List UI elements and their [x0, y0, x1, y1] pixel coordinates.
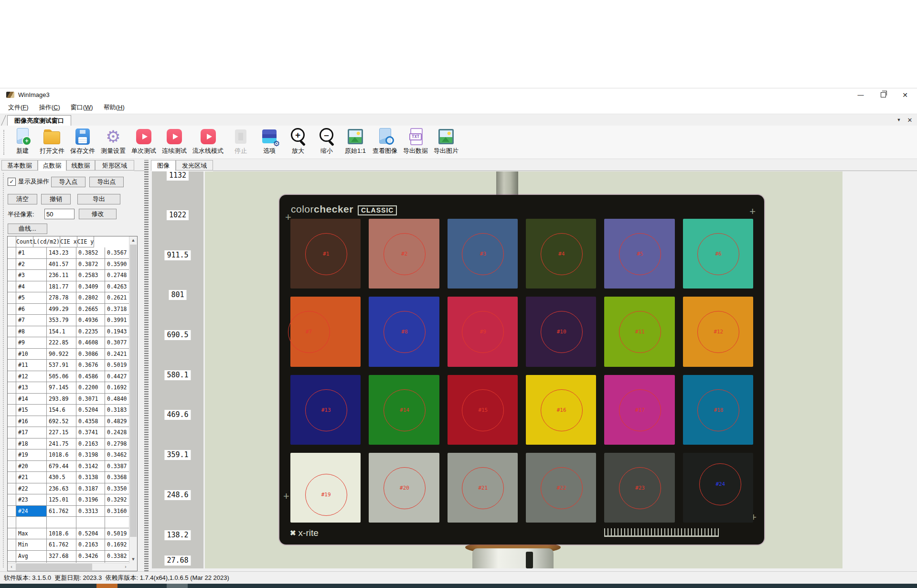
cell-count[interactable]: #9 [16, 337, 47, 349]
table-row[interactable]: #20 679.44 0.3142 0.3387 [8, 461, 137, 472]
table-row[interactable]: #23 125.01 0.3196 0.3292 [8, 494, 137, 506]
cell-count[interactable]: #14 [16, 394, 47, 405]
table-row[interactable]: #3 236.11 0.2583 0.2748 [8, 270, 137, 281]
radius-input[interactable] [44, 209, 75, 219]
table-row[interactable]: #18 241.75 0.2163 0.2798 [8, 438, 137, 450]
cell-count[interactable] [16, 517, 47, 528]
toolbar-button[interactable]: 缩小 [312, 126, 341, 155]
cell-cie-x[interactable]: 0.2583 [76, 270, 105, 281]
cell-cie-x[interactable]: 0.2235 [76, 326, 105, 338]
cell-cie-x[interactable]: 0.3426 [76, 551, 105, 562]
cell-luminance[interactable]: 181.77 [47, 281, 76, 293]
cell-cie-x[interactable]: 0.3852 [76, 247, 105, 259]
table-row[interactable]: #10 90.922 0.3086 0.2421 [8, 349, 137, 360]
colorchecker-patch[interactable]: #2 [369, 219, 439, 289]
cell-count[interactable]: #7 [16, 315, 47, 326]
cell-luminance[interactable] [47, 517, 76, 528]
colorchecker-patch[interactable]: #20 [369, 453, 439, 523]
vertical-scroll-thumb[interactable] [130, 245, 137, 537]
cell-cie-x[interactable]: 0.3409 [76, 281, 105, 293]
table-row[interactable]: #1 143.23 0.3852 0.3567 [8, 247, 137, 259]
cell-count[interactable]: #6 [16, 304, 47, 315]
cell-count[interactable]: #19 [16, 449, 47, 461]
toolbar-button[interactable]: 单次测试 [128, 126, 159, 155]
cell-cie-x[interactable]: 0.2163 [76, 438, 105, 450]
cell-count[interactable]: #8 [16, 326, 47, 338]
cell-cie-x[interactable]: 0.4608 [76, 337, 105, 349]
toolbar-button[interactable]: 测量设置 [98, 126, 128, 155]
import-points-button[interactable]: 导入点 [51, 177, 85, 187]
cell-luminance[interactable]: 154.6 [47, 405, 76, 416]
undo-button[interactable]: 撤销 [41, 194, 71, 204]
cell-count[interactable]: #3 [16, 270, 47, 281]
cell-count[interactable]: Min [16, 539, 47, 551]
cell-luminance[interactable]: 1018.6 [47, 528, 76, 540]
cell-count[interactable]: #20 [16, 461, 47, 472]
colorchecker-patch[interactable]: #15 [448, 375, 518, 445]
cell-count[interactable]: #1 [16, 247, 47, 259]
cell-count[interactable]: #17 [16, 427, 47, 438]
colorchecker-patch[interactable]: #7 [290, 297, 361, 366]
table-row[interactable]: #9 222.85 0.4608 0.3077 [8, 337, 137, 349]
colorchecker-patch[interactable]: #9 [448, 297, 518, 366]
tab-image-brightness-test-window[interactable]: 图像亮度测试窗口 [7, 115, 71, 126]
cell-luminance[interactable]: 505.06 [47, 371, 76, 383]
table-row[interactable]: #11 537.91 0.3676 0.5019 [8, 360, 137, 371]
table-row[interactable]: #2 401.57 0.3872 0.3590 [8, 259, 137, 270]
panel-splitter[interactable] [144, 160, 149, 571]
table-row[interactable]: #14 293.89 0.3071 0.4840 [8, 394, 137, 405]
table-row[interactable]: #24 61.762 0.3313 0.3160 [8, 506, 137, 517]
cell-count[interactable]: #13 [16, 382, 47, 394]
cell-count[interactable]: #12 [16, 371, 47, 383]
cell-count[interactable]: #23 [16, 494, 47, 506]
scroll-down-button[interactable]: ▼ [129, 556, 137, 563]
cell-luminance[interactable]: 97.145 [47, 382, 76, 394]
tab-line-data[interactable]: 线数据 [66, 160, 95, 171]
tab-list-dropdown-icon[interactable]: ▼ [894, 114, 904, 126]
toolbar-button[interactable]: 选项 [255, 126, 284, 155]
cell-count[interactable]: #24 [16, 506, 47, 517]
cell-count[interactable]: #4 [16, 281, 47, 293]
cell-count[interactable]: #10 [16, 349, 47, 360]
table-row[interactable]: Avg 327.68 0.3426 0.3382 [8, 551, 137, 562]
cell-count[interactable]: Max [16, 528, 47, 540]
horizontal-scrollbar[interactable]: ‹ › [8, 563, 129, 571]
horizontal-scroll-thumb[interactable] [16, 564, 92, 570]
cell-count[interactable]: Avg [16, 551, 47, 562]
colorchecker-patch[interactable]: #24 [683, 453, 753, 523]
cell-luminance[interactable]: 236.63 [47, 483, 76, 495]
cell-luminance[interactable]: 679.44 [47, 461, 76, 472]
cell-luminance[interactable]: 241.75 [47, 438, 76, 450]
toolbar-button[interactable]: 连续测试 [159, 126, 190, 155]
cell-cie-x[interactable]: 0.3872 [76, 259, 105, 270]
table-row[interactable] [8, 517, 137, 528]
cell-count[interactable]: #15 [16, 405, 47, 416]
cell-cie-x[interactable]: 0.3676 [76, 360, 105, 371]
tab-luminous-region[interactable]: 发光区域 [176, 160, 213, 171]
cell-luminance[interactable]: 222.85 [47, 337, 76, 349]
scroll-right-button[interactable]: › [122, 563, 129, 571]
cell-cie-x[interactable]: 0.3198 [76, 449, 105, 461]
table-row[interactable]: Min 61.762 0.2163 0.1692 [8, 539, 137, 551]
table-row[interactable]: #8 154.1 0.2235 0.1943 [8, 326, 137, 338]
toolbar-button[interactable]: 导出数据 [400, 126, 431, 155]
show-and-operate-checkbox[interactable]: ✓ [8, 178, 16, 186]
menu-item[interactable]: 帮助(H) [98, 101, 130, 114]
table-row[interactable]: #12 505.06 0.4586 0.4427 [8, 371, 137, 383]
cell-luminance[interactable]: 537.91 [47, 360, 76, 371]
scroll-up-button[interactable]: ▲ [129, 236, 137, 244]
table-row[interactable]: #21 430.5 0.3138 0.3368 [8, 472, 137, 483]
tab-basic-data[interactable]: 基本数据 [1, 160, 38, 171]
toolbar-button[interactable]: 查看图像 [370, 126, 400, 155]
colorchecker-patch[interactable]: #3 [448, 219, 518, 289]
toolbar-button[interactable]: 放大 [284, 126, 312, 155]
colorchecker-patch[interactable]: #13 [290, 375, 361, 445]
colorchecker-patch[interactable]: #21 [448, 453, 518, 523]
cell-luminance[interactable]: 430.5 [47, 472, 76, 483]
cell-luminance[interactable]: 278.78 [47, 292, 76, 304]
cell-cie-x[interactable]: 0.3142 [76, 461, 105, 472]
tab-close-icon[interactable]: ✕ [905, 114, 915, 126]
vertical-scrollbar[interactable]: ▲ ▼ [129, 236, 137, 563]
colorchecker-patch[interactable]: #8 [369, 297, 439, 366]
table-row[interactable]: #4 181.77 0.3409 0.4263 [8, 281, 137, 293]
